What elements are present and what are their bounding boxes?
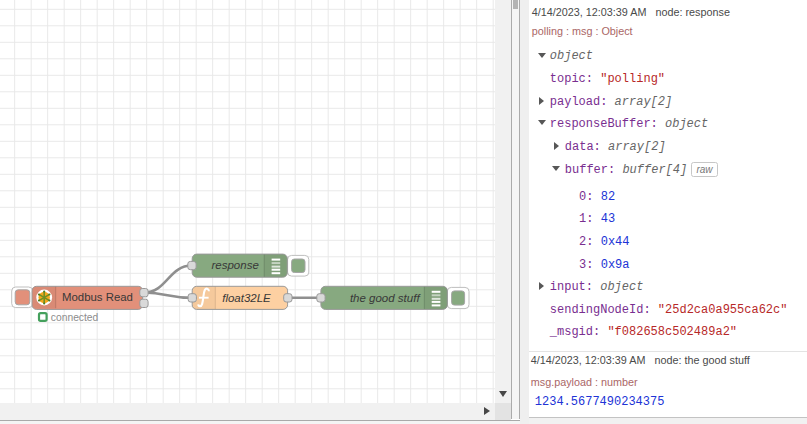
svg-text:the good stuff: the good stuff [350, 292, 421, 304]
svg-text:Modbus Read: Modbus Read [62, 291, 133, 303]
svg-text:float32LE: float32LE [222, 292, 271, 304]
svg-text:response: response [211, 259, 258, 271]
svg-text:connected: connected [51, 312, 99, 323]
